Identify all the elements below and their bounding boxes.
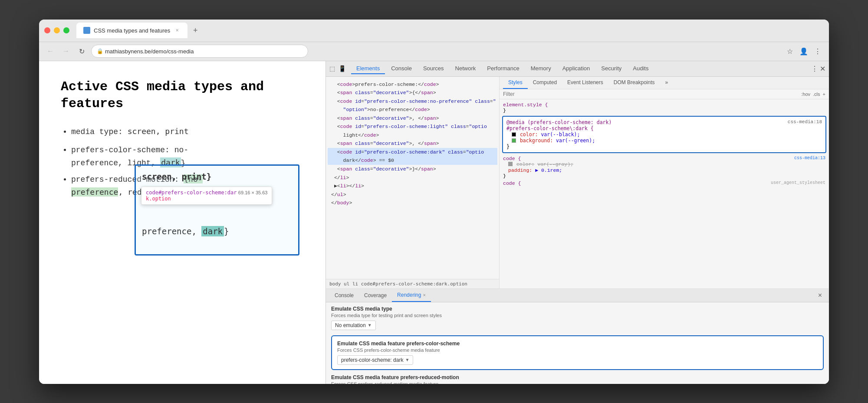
devtools-toolbar-icons: ⬚ 📱 [329, 65, 346, 72]
bottom-panel-close[interactable]: × [815, 292, 825, 299]
devtools-tabs: Elements Console Sources Network Perform… [351, 63, 654, 74]
bottom-tab-coverage[interactable]: Coverage [359, 289, 392, 302]
tab-bar: CSS media types and features × + [76, 23, 824, 38]
tab-elements[interactable]: Elements [351, 63, 385, 74]
other-css-rule: css-media:13 code { color: var(--gray); … [500, 155, 829, 180]
bottom-panel: Console Coverage Rendering × × Emulate C… [326, 288, 829, 384]
media-query: @media (prefers-color-scheme: dark) [506, 119, 822, 125]
dom-line: <span class="decorative">, </span> [328, 139, 497, 148]
rule-property-color: color: var(--black); [506, 131, 822, 138]
rendering-tab-close[interactable]: × [423, 292, 425, 298]
prefers-color-desc: Forces CSS prefers-color-scheme media fe… [337, 347, 818, 353]
bottom-tab-rendering[interactable]: Rendering × [392, 289, 431, 302]
rule-selector: #prefers-color-scheme\:dark { [506, 125, 822, 131]
device-icon[interactable]: 📱 [339, 65, 346, 72]
page-heading: Active CSS media types and features [61, 79, 304, 112]
minimize-traffic-light[interactable] [54, 27, 60, 33]
styles-panel: Styles Computed Event Listeners DOM Brea… [500, 77, 829, 288]
prefers-color-label: Emulate CSS media feature prefers-color-… [337, 341, 818, 347]
forward-button[interactable]: → [60, 45, 72, 57]
subtab-computed[interactable]: Computed [528, 77, 562, 89]
devtools-more-button[interactable]: ⋮ [811, 65, 818, 73]
maximize-traffic-light[interactable] [63, 27, 69, 33]
strikethrough-rule: color: var(--gray); [503, 161, 825, 167]
back-button[interactable]: ← [44, 45, 56, 57]
media-type-code: screen, print [128, 127, 189, 136]
toolbar-icons: ☆ 👤 ⋮ [784, 45, 824, 57]
hov-button[interactable]: :hov [801, 92, 810, 97]
prefers-color-value: prefers-color-scheme: dark [341, 357, 403, 363]
filter-actions: :hov .cls + [801, 92, 825, 97]
url-box[interactable]: 🔒 mathiasbynens.be/demo/css-media [91, 45, 308, 58]
dom-line: light</code> [328, 131, 497, 140]
emulate-prefers-color-section: Emulate CSS media feature prefers-color-… [331, 335, 824, 370]
padding-rule: padding: ▶ 0.1rem; [503, 167, 825, 173]
profile-icon[interactable]: 👤 [798, 45, 810, 57]
media-type-label: Emulate CSS media type [331, 306, 824, 312]
menu-icon[interactable]: ⋮ [812, 45, 824, 57]
content-area: Active CSS media types and features medi… [39, 61, 829, 384]
tab-application[interactable]: Application [557, 63, 595, 74]
tab-performance[interactable]: Performance [482, 63, 524, 74]
bookmark-icon[interactable]: ☆ [784, 45, 796, 57]
element-style-selector: element.style { [503, 102, 548, 108]
bottom-content: Emulate CSS media type Forces media type… [326, 302, 829, 384]
subtab-event-listeners[interactable]: Event Listeners [562, 77, 608, 89]
other-rule-source[interactable]: css-media:13 [794, 156, 825, 161]
rule-source[interactable]: css-media:18 [788, 119, 822, 125]
subtab-dom-breakpoints[interactable]: DOM Breakpoints [608, 77, 660, 89]
prefers-color-select[interactable]: prefers-color-scheme: dark ▼ [337, 355, 413, 365]
subtab-styles[interactable]: Styles [503, 77, 528, 89]
emulate-media-type-section: Emulate CSS media type Forces media type… [331, 306, 824, 330]
url-text: mathiasbynens.be/demo/css-media [105, 48, 194, 55]
rule-property-background: background: var(--green); [506, 138, 822, 144]
close-traffic-light[interactable] [44, 27, 50, 33]
other-rule-selector: code { [503, 156, 521, 161]
tab-security[interactable]: Security [596, 63, 627, 74]
styles-filter-input[interactable] [503, 91, 801, 97]
dom-content: <code>prefers-color-scheme:</code> <span… [326, 77, 499, 279]
media-type-label: media type: [71, 128, 128, 136]
highlighted-css-rule: css-media:18 @media (prefers-color-schem… [502, 116, 826, 153]
media-type-select[interactable]: No emulation ▼ [331, 321, 376, 330]
dom-line: <span class="decorative">}</span> [328, 165, 497, 174]
webpage: Active CSS media types and features medi… [39, 61, 326, 384]
dom-line: </li> [328, 174, 497, 182]
cls-button[interactable]: .cls [813, 92, 820, 97]
dom-line-selected: dark</code> == $0 [328, 156, 497, 165]
new-tab-button[interactable]: + [189, 24, 201, 36]
dom-line-selected: <code id="prefers-color-scheme:dark" cla… [328, 148, 497, 157]
devtools-panel: ⬚ 📱 Elements Console Sources Network Per… [326, 61, 829, 384]
inspect-icon[interactable]: ⬚ [329, 65, 335, 72]
devtools-close-button[interactable]: ✕ [820, 65, 825, 73]
prefers-color-select-row: prefers-color-scheme: dark ▼ [337, 355, 818, 365]
bottom-tab-console[interactable]: Console [329, 289, 359, 302]
refresh-button[interactable]: ↻ [76, 45, 88, 57]
ua-selector: code { [503, 180, 521, 186]
dom-line: <code id="prefers-color-scheme:light" cl… [328, 122, 497, 131]
tab-memory[interactable]: Memory [526, 63, 556, 74]
browser-window: CSS media types and features × + ← → ↻ 🔒… [39, 20, 829, 384]
devtools-topbar: ⬚ 📱 Elements Console Sources Network Per… [326, 61, 829, 77]
tab-audits[interactable]: Audits [628, 63, 654, 74]
tab-network[interactable]: Network [450, 63, 481, 74]
tab-title: CSS media types and features [94, 27, 170, 34]
color-swatch-gray [508, 162, 513, 166]
active-tab[interactable]: CSS media types and features × [76, 23, 187, 38]
rule-closing: } [506, 144, 822, 150]
dom-panel: <code>prefers-color-scheme:</code> <span… [326, 77, 500, 288]
tooltip-class: k.option [146, 196, 171, 202]
breadcrumb-text: body ul li code#prefers-color-scheme:dar… [329, 281, 467, 287]
tab-close-button[interactable]: × [174, 27, 181, 34]
emulate-prefers-motion-section: Emulate CSS media feature prefers-reduce… [331, 374, 824, 384]
add-style-button[interactable]: + [823, 92, 825, 97]
bottom-tabs: Console Coverage Rendering × × [326, 289, 829, 302]
color-swatch-green [512, 138, 516, 143]
title-bar: CSS media types and features × + [39, 20, 829, 42]
media-type-value: No emulation [335, 322, 366, 328]
subtab-more[interactable]: » [660, 77, 673, 89]
tab-sources[interactable]: Sources [418, 63, 449, 74]
ua-rule: user_agent_stylesheet code { [500, 180, 829, 187]
tab-favicon [83, 27, 90, 34]
tab-console[interactable]: Console [386, 63, 417, 74]
